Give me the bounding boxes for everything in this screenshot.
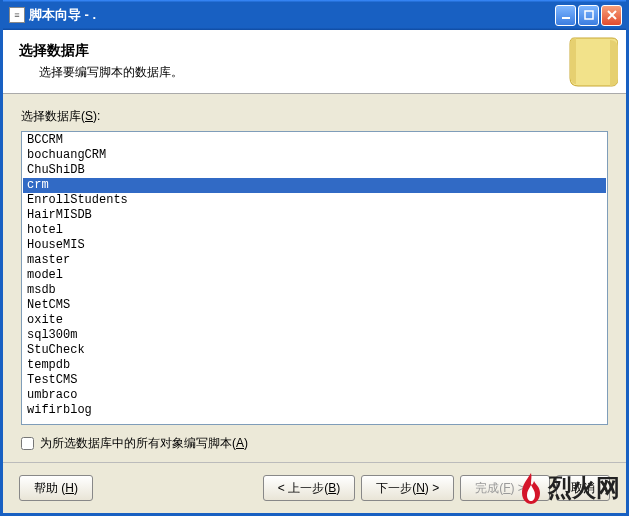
list-item[interactable]: HairMISDB: [23, 208, 606, 223]
list-item[interactable]: wifirblog: [23, 403, 606, 418]
list-item[interactable]: ChuShiDB: [23, 163, 606, 178]
list-item[interactable]: NetCMS: [23, 298, 606, 313]
close-icon: [606, 9, 618, 21]
list-item[interactable]: crm: [23, 178, 606, 193]
list-item[interactable]: model: [23, 268, 606, 283]
help-button[interactable]: 帮助 (H): [19, 475, 93, 501]
back-button[interactable]: < 上一步(B): [263, 475, 355, 501]
scroll-icon: [562, 34, 618, 90]
list-item[interactable]: hotel: [23, 223, 606, 238]
database-listbox[interactable]: BCCRMbochuangCRMChuShiDBcrmEnrollStudent…: [21, 131, 608, 425]
window-title: 脚本向导 - .: [29, 6, 555, 24]
wizard-body: 选择数据库(S): BCCRMbochuangCRMChuShiDBcrmEnr…: [3, 94, 626, 462]
script-all-checkbox[interactable]: [21, 437, 34, 450]
list-item[interactable]: bochuangCRM: [23, 148, 606, 163]
header-graphic: [562, 34, 618, 90]
list-item[interactable]: BCCRM: [23, 133, 606, 148]
script-all-label[interactable]: 为所选数据库中的所有对象编写脚本(A): [40, 435, 248, 452]
wizard-footer: 帮助 (H) < 上一步(B) 下一步(N) > 完成(F) >>| 取消 烈火…: [3, 462, 626, 513]
list-item[interactable]: msdb: [23, 283, 606, 298]
minimize-button[interactable]: [555, 5, 576, 26]
list-item[interactable]: master: [23, 253, 606, 268]
list-item[interactable]: EnrollStudents: [23, 193, 606, 208]
app-icon: ≡: [9, 7, 25, 23]
minimize-icon: [560, 9, 572, 21]
window-controls: [555, 5, 622, 26]
svg-rect-1: [585, 11, 593, 19]
next-button[interactable]: 下一步(N) >: [361, 475, 454, 501]
page-subtitle: 选择要编写脚本的数据库。: [39, 64, 610, 81]
list-item[interactable]: sql300m: [23, 328, 606, 343]
list-item[interactable]: umbraco: [23, 388, 606, 403]
list-item[interactable]: TestCMS: [23, 373, 606, 388]
list-item[interactable]: oxite: [23, 313, 606, 328]
maximize-icon: [583, 9, 595, 21]
list-item[interactable]: tempdb: [23, 358, 606, 373]
wizard-window: ≡ 脚本向导 - . 选择数据库 选择要编写脚本的数据库。: [0, 0, 629, 516]
list-label: 选择数据库(S):: [21, 108, 608, 125]
close-button[interactable]: [601, 5, 622, 26]
maximize-button[interactable]: [578, 5, 599, 26]
titlebar[interactable]: ≡ 脚本向导 - .: [3, 0, 626, 30]
svg-rect-0: [562, 17, 570, 19]
wizard-header: 选择数据库 选择要编写脚本的数据库。: [3, 30, 626, 94]
list-item[interactable]: HouseMIS: [23, 238, 606, 253]
script-all-row: 为所选数据库中的所有对象编写脚本(A): [21, 435, 608, 452]
page-title: 选择数据库: [19, 42, 610, 60]
finish-button: 完成(F) >>|: [460, 475, 550, 501]
list-item[interactable]: StuCheck: [23, 343, 606, 358]
cancel-button[interactable]: 取消: [556, 475, 610, 501]
